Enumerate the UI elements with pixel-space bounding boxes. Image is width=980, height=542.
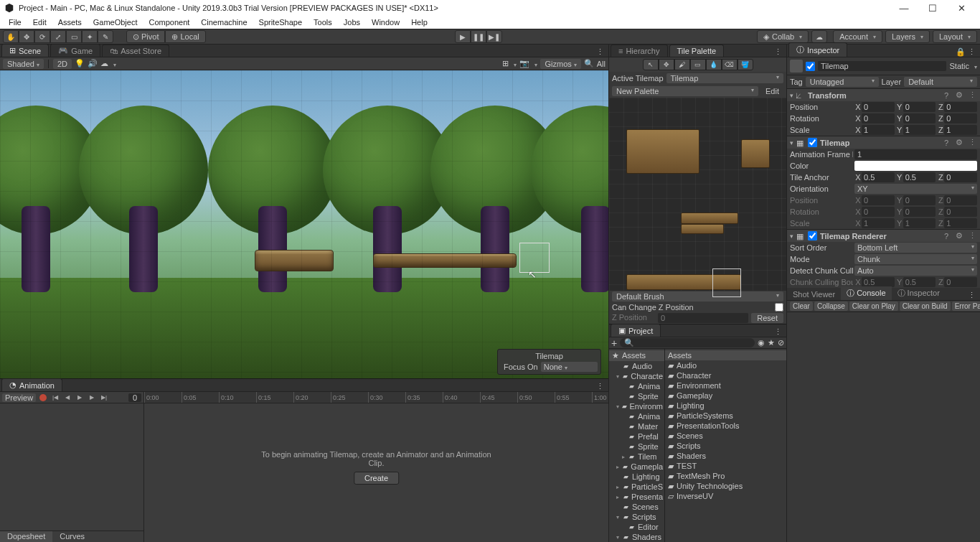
tree-item[interactable]: ▰Lighting <box>609 472 664 482</box>
custom-tool-button[interactable]: ✎ <box>98 30 113 43</box>
rotate-tool-button[interactable]: ⟳ <box>34 30 50 43</box>
console-btn[interactable]: Clear <box>790 302 813 311</box>
create-animation-button[interactable]: Create <box>354 472 399 485</box>
console-btn[interactable]: Collapse <box>814 302 848 311</box>
project-add-button[interactable]: + <box>611 337 617 349</box>
tag-dropdown[interactable]: Untagged <box>806 77 879 87</box>
focus-on-dropdown[interactable]: None <box>541 362 598 372</box>
move-tile-icon[interactable]: ✥ <box>659 59 674 70</box>
curves-tab[interactable]: Curves <box>52 531 92 542</box>
static-dropdown[interactable] <box>972 62 977 70</box>
audio-toggle-icon[interactable]: 🔊 <box>88 59 98 68</box>
tree-item[interactable]: ▰Editor <box>609 522 664 532</box>
orientation-dropdown[interactable]: XY <box>854 184 977 194</box>
maximize-button[interactable]: ☐ <box>918 3 947 14</box>
tree-item[interactable]: ▾▰Environm <box>609 401 664 411</box>
project-list[interactable]: Assets ▰Audio▰Character▰Environment▰Game… <box>665 349 786 542</box>
component-preset-icon[interactable]: ⚙ <box>954 90 964 100</box>
list-item[interactable]: ▰PresentationTools <box>665 421 786 431</box>
list-item[interactable]: ▰Scenes <box>665 431 786 441</box>
color-field[interactable] <box>854 161 977 171</box>
hand-tool-button[interactable]: ✋ <box>3 30 19 43</box>
project-tree[interactable]: ★Assets ▰Audio▾▰Characte▰Anima▰Sprite▾▰E… <box>609 349 665 542</box>
list-item[interactable]: ▱InverseUV <box>665 491 786 501</box>
minimize-button[interactable]: — <box>890 3 918 14</box>
console-btn[interactable]: Error Pause <box>952 302 980 311</box>
2d-toggle[interactable]: 2D <box>53 59 72 69</box>
shading-dropdown[interactable]: Shaded <box>3 59 44 69</box>
list-item[interactable]: ▰Lighting <box>665 401 786 411</box>
search-icon[interactable]: 🔍 <box>584 59 594 68</box>
camera-icon[interactable]: 📷 <box>519 59 529 68</box>
component-help-icon[interactable]: ? <box>941 91 951 100</box>
tree-item[interactable]: ▾▰Characte <box>609 371 664 381</box>
tab-inspector-bottom[interactable]: ⓘ Inspector <box>892 286 946 300</box>
tab-scene[interactable]: ⊞ Scene <box>1 44 49 57</box>
sort-order-dropdown[interactable]: Bottom Left <box>854 243 977 253</box>
animation-tab-menu[interactable]: ⋮ <box>592 382 608 391</box>
tree-item[interactable]: ▰Anima <box>609 381 664 391</box>
pause-button[interactable]: ❚❚ <box>471 30 486 43</box>
tree-item[interactable]: ▾▰Shaders <box>609 532 664 542</box>
menu-window[interactable]: Window <box>366 17 405 28</box>
erase-tool-icon[interactable]: ⌫ <box>722 59 738 70</box>
next-frame-button[interactable]: ▶ <box>87 393 97 403</box>
tab-console[interactable]: ⓘ Console <box>841 286 891 300</box>
local-toggle[interactable]: ⊕Local <box>165 30 205 43</box>
preview-label[interactable]: Preview <box>2 393 36 402</box>
rect-tool-button[interactable]: ▭ <box>66 30 82 43</box>
tree-item[interactable]: ▰Prefal <box>609 431 664 441</box>
fx-toggle-icon[interactable]: ☁ <box>100 59 108 68</box>
box-tool-icon[interactable]: ▭ <box>690 59 706 70</box>
menu-component[interactable]: Component <box>143 17 195 28</box>
list-item[interactable]: ▰Scripts <box>665 441 786 451</box>
list-item[interactable]: ▰ParticleSystems <box>665 411 786 421</box>
tab-menu-icon[interactable]: ⋮ <box>592 47 608 57</box>
list-item[interactable]: ▰Unity Technologies <box>665 481 786 491</box>
menu-tools[interactable]: Tools <box>308 17 338 28</box>
tab-project[interactable]: ▣ Project <box>611 324 661 337</box>
tree-item[interactable]: ▸▰Tilem <box>609 452 664 462</box>
layer-dropdown[interactable]: Default <box>904 77 977 87</box>
menu-cinemachine[interactable]: Cinemachine <box>195 17 253 28</box>
filter-icon[interactable]: ★ <box>768 338 775 347</box>
edit-palette-button[interactable]: Edit <box>761 86 783 96</box>
tab-shot-viewer[interactable]: Shot Viewer <box>787 289 841 300</box>
tree-item[interactable]: ▰Anima <box>609 411 664 421</box>
tab-asset-store[interactable]: 🛍 Asset Store <box>102 45 169 57</box>
z-position-field[interactable]: 0 <box>658 313 748 323</box>
tree-item[interactable]: ▰Sprite <box>609 391 664 401</box>
close-button[interactable]: ✕ <box>947 3 976 14</box>
active-tilemap-dropdown[interactable]: Tilemap <box>666 73 783 83</box>
tree-item[interactable]: ▰Sprite <box>609 441 664 452</box>
list-item[interactable]: ▰Audio <box>665 360 786 370</box>
tile-palette-view[interactable] <box>609 98 786 291</box>
project-search[interactable]: 🔍 <box>620 338 755 347</box>
menu-jobs[interactable]: Jobs <box>338 17 366 28</box>
list-item[interactable]: ▰Gameplay <box>665 391 786 401</box>
cloud-button[interactable]: ☁ <box>811 30 827 43</box>
palette-dropdown[interactable]: New Palette <box>612 86 758 96</box>
tab-tile-palette[interactable]: Tile Palette <box>669 45 725 57</box>
can-change-z-checkbox[interactable] <box>775 303 783 312</box>
grid-icon[interactable]: ⊞ <box>502 59 509 68</box>
menu-help[interactable]: Help <box>405 17 433 28</box>
menu-assets[interactable]: Assets <box>52 17 88 28</box>
gameobject-name-field[interactable]: Tilemap <box>818 61 946 71</box>
mode-dropdown[interactable]: Chunk <box>854 254 977 264</box>
fx-dropdown[interactable] <box>111 60 116 68</box>
fill-tool-icon[interactable]: 🪣 <box>738 59 753 70</box>
brush-tool-icon[interactable]: 🖌 <box>674 59 690 70</box>
tab-animation[interactable]: ◔ Animation <box>1 378 62 391</box>
layers-dropdown[interactable]: Layers <box>885 30 930 43</box>
list-item[interactable]: ▰Shaders <box>665 451 786 461</box>
tree-item[interactable]: ▾▰Scripts <box>609 512 664 522</box>
step-button[interactable]: ▶❚ <box>486 30 502 43</box>
culling-dropdown[interactable]: Auto <box>854 266 977 276</box>
last-frame-button[interactable]: ▶| <box>99 393 109 403</box>
tree-item[interactable]: ▰Audio <box>609 361 664 371</box>
reset-z-button[interactable]: Reset <box>751 313 783 323</box>
first-frame-button[interactable]: |◀ <box>50 393 60 403</box>
gameobject-icon[interactable] <box>790 60 803 73</box>
menu-edit[interactable]: Edit <box>27 17 52 28</box>
